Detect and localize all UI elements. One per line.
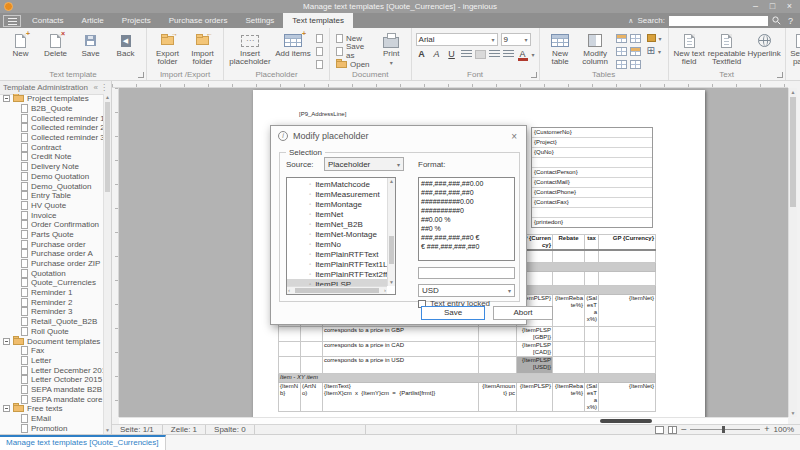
tree-item-demo-quotation[interactable]: Demo Quotation (0, 172, 103, 182)
app-menu-button[interactable] (3, 15, 21, 27)
collapse-expander-icon[interactable] (3, 405, 10, 412)
scroll-down-icon[interactable]: ▼ (388, 279, 395, 286)
collapse-panel-icon[interactable]: « (94, 83, 98, 92)
new-template-button[interactable]: + New (4, 30, 37, 58)
listbox-vertical-scrollbar[interactable]: ▲ ▼ (387, 178, 395, 286)
placeholder-list-item-itemmontage[interactable]: ◦ItemMontage (287, 199, 387, 209)
scroll-up-icon[interactable]: ▲ (789, 88, 797, 96)
merge-cells-icon[interactable] (630, 60, 641, 69)
print-dropdown-icon[interactable]: ▾ (390, 59, 393, 67)
import-folder-button[interactable]: ← Import folder (186, 30, 219, 66)
placeholder-list-item-itemno[interactable]: ◦ItemNo (287, 239, 387, 249)
tree-item-quote-currencies[interactable]: Quote_Currencies (0, 278, 103, 288)
scrollbar-thumb[interactable] (105, 102, 110, 192)
underline-button[interactable]: U (446, 49, 458, 59)
italic-button[interactable]: A (431, 49, 443, 59)
tree-item-letter-october-2015[interactable]: Letter October 2015 (0, 375, 103, 385)
placeholder-list-item-itemmeasurement[interactable]: ◦ItemMeasurement (287, 189, 387, 199)
scrollbar-thumb[interactable] (600, 419, 652, 423)
scroll-down-icon[interactable]: ▼ (789, 409, 797, 417)
tab-projects[interactable]: Projects (113, 13, 160, 28)
delete-template-button[interactable]: × Delete (39, 30, 72, 58)
scroll-down-icon[interactable]: ▼ (104, 427, 111, 434)
panel-menu-icon[interactable]: ⋮ (100, 83, 108, 92)
insert-row-below-icon[interactable] (630, 34, 641, 43)
placeholder-list-item-itemnet[interactable]: ◦ItemNet (287, 209, 387, 219)
page-sync-button[interactable] (314, 58, 325, 70)
format-option[interactable]: ###,###,###,##0 (421, 188, 512, 197)
tab-article[interactable]: Article (73, 13, 113, 28)
zoom-slider[interactable] (690, 426, 760, 433)
placeholder-list-item-itemplainrtftext2ff[interactable]: ◦ItemPlainRTFText2ff (287, 269, 387, 279)
format-option[interactable]: ###,###,###,##0.00 (421, 179, 512, 188)
document-open-button[interactable]: Open (334, 58, 374, 70)
placeholder-list-item-itemplainrtftext1l[interactable]: ◦ItemPlainRTFText1L (287, 259, 387, 269)
placeholder-list-item-itemplainrtftext[interactable]: ◦ItemPlainRTFText (287, 249, 387, 259)
tree-item-purchase-order-zip[interactable]: Purchase order ZIP (0, 259, 103, 269)
tree-folder-project-templates[interactable]: Project templates (0, 94, 103, 104)
tree-item-credit-note[interactable]: Credit Note (0, 152, 103, 162)
address-line-placeholder[interactable]: [P9_AddressLine] (299, 111, 346, 117)
save-button[interactable]: Save (421, 306, 485, 320)
tree-item-delivery-note[interactable]: Delivery Note (0, 162, 103, 172)
tree-item-reminder-2[interactable]: Reminder 2 (0, 297, 103, 307)
tab-settings[interactable]: Settings (236, 13, 283, 28)
tree-item-contract[interactable]: Contract (0, 142, 103, 152)
tree-item-demo-quotation[interactable]: Demo_Quotation (0, 181, 103, 191)
tab-contacts[interactable]: Contacts (23, 13, 73, 28)
tree-folder-document-templates[interactable]: Document templates (0, 336, 103, 346)
zoom-out-button[interactable]: – (681, 425, 686, 434)
collapse-expander-icon[interactable] (3, 95, 10, 102)
save-template-button[interactable]: Save (74, 30, 107, 58)
scrollbar-thumb[interactable] (790, 97, 796, 207)
delete-row-button[interactable] (614, 58, 643, 70)
search-icon[interactable] (772, 16, 781, 25)
tree-item-email[interactable]: EMail (0, 414, 103, 424)
export-folder-button[interactable]: → Export folder (151, 30, 184, 66)
customer-info-box[interactable]: {CustomerNo}{Project}{QuNo}{ContactPerso… (531, 127, 653, 228)
format-option[interactable]: ##########0 (421, 206, 512, 215)
tree-item-sepa-mandate-b2b[interactable]: SEPA mandate B2B (0, 385, 103, 395)
tree-item-hv-quote[interactable]: HV Quote (0, 201, 103, 211)
format-option[interactable]: ##0.00 % (421, 215, 512, 224)
dialog-launcher-icon[interactable] (531, 72, 537, 78)
placeholder-list-item-itemnet-b2b[interactable]: ◦ItemNet_B2B (287, 219, 387, 229)
search-input[interactable] (669, 16, 768, 26)
scroll-left-icon[interactable]: ‹ (288, 287, 290, 294)
tree-item-promotion[interactable]: Promotion (0, 423, 103, 433)
dialog-launcher-icon[interactable] (777, 72, 783, 78)
cell-border-button[interactable]: ⊞▾ (645, 45, 664, 57)
two-page-view-icon[interactable] (668, 426, 677, 434)
maximize-button[interactable]: □ (764, 0, 781, 13)
tree-item-fax[interactable]: Fax (0, 346, 103, 356)
taskbar-tab-active[interactable]: Manage text templates [Quote_Currencies] (0, 435, 166, 450)
back-button[interactable]: ◀ Back (109, 30, 142, 58)
single-page-view-icon[interactable] (655, 426, 664, 434)
font-size-select[interactable]: 9▾ (501, 33, 531, 46)
source-select[interactable]: Placeholder▾ (324, 157, 404, 171)
align-right-icon[interactable] (489, 50, 500, 59)
scrollbar-thumb[interactable] (389, 236, 394, 264)
insert-placeholder-button[interactable]: ⋯ Insert placeholder (228, 30, 272, 66)
cell-fill-button[interactable]: ▾ (645, 32, 664, 44)
scrollbar-thumb[interactable] (295, 288, 379, 293)
align-justify-icon[interactable] (503, 50, 514, 59)
document-horizontal-scrollbar[interactable] (119, 417, 788, 424)
hyperlink-button[interactable]: Hyperlink (748, 30, 781, 58)
align-center-icon[interactable] (475, 50, 486, 59)
format-option[interactable]: ###,###,###,##0 € (421, 233, 512, 242)
zoom-slider-thumb[interactable] (722, 426, 725, 433)
placeholder-list-item-itemnet-montage[interactable]: ◦ItemNet-Montage (287, 229, 387, 239)
tree-folder-free-texts[interactable]: Free texts (0, 404, 103, 414)
listbox-horizontal-scrollbar[interactable]: ‹ › (287, 286, 387, 294)
scroll-right-icon[interactable]: › (384, 287, 386, 294)
tree-item-letter-december-2019[interactable]: Letter December 2019 (0, 365, 103, 375)
abort-button[interactable]: Abort (493, 306, 553, 320)
dialog-launcher-icon[interactable] (138, 72, 144, 78)
tree-item-letter[interactable]: Letter (0, 356, 103, 366)
print-button[interactable]: Print▾ (376, 30, 407, 67)
setup-page-button[interactable]: Set up page (790, 30, 800, 66)
tree-item-retail-quote-b2b[interactable]: Retail_Quote_B2B (0, 317, 103, 327)
tab-purchase-orders[interactable]: Purchase orders (160, 13, 237, 28)
format-input[interactable] (418, 267, 515, 279)
